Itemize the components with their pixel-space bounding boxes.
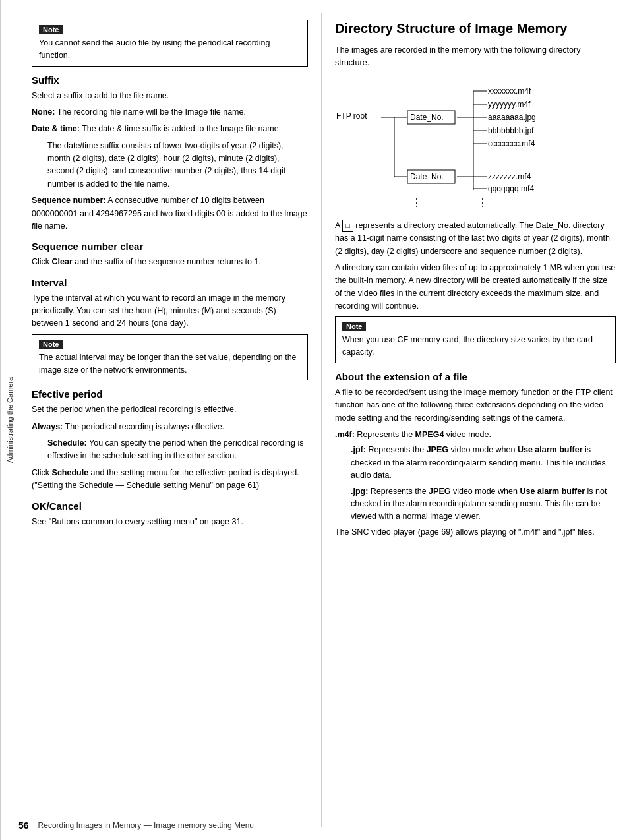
ext-jpg: .jpg: Represents the JPEG video mode whe…	[335, 485, 616, 524]
page-footer: 56 Recording Images in Memory — Image me…	[18, 816, 629, 831]
page-number: 56	[18, 820, 29, 831]
note-box-2: Note The actual interval may be longer t…	[32, 334, 308, 381]
okcancel-text: See "Buttons common to every setting men…	[32, 516, 308, 528]
svg-text:Date_No.: Date_No.	[410, 172, 444, 181]
footer-text: Recording Images in Memory — Image memor…	[38, 821, 254, 830]
extension-list: .m4f: Represents the MPEG4 video mode. .…	[335, 429, 616, 539]
note-label-3: Note	[342, 322, 366, 331]
seqclear-text: Click Clear and the suffix of the sequen…	[32, 256, 308, 268]
svg-text:Date_No.: Date_No.	[410, 113, 444, 122]
efective-click: Click Schedule and the setting menu for …	[32, 467, 308, 493]
note-box-3: Note When you use CF memory card, the di…	[335, 316, 616, 363]
svg-text:bbbbbbbb.jpf: bbbbbbbb.jpf	[488, 126, 534, 135]
suffix-intro: Select a suffix to add to the file name.	[32, 90, 308, 102]
extension-title: About the extension of a file	[335, 371, 616, 382]
note-box-1: Note You cannot send the audio file by u…	[32, 20, 308, 67]
sidebar-text: Administrating the Camera	[6, 377, 14, 463]
note-label-2: Note	[39, 340, 63, 349]
svg-text:xxxxxxx.m4f: xxxxxxx.m4f	[488, 86, 531, 96]
efective-intro: Set the period when the periodical recor…	[32, 404, 308, 416]
suffix-seqnum: Sequence number: A consecutive number of…	[32, 195, 308, 233]
directory-diagram: FTP root Date_No. xxxxxxx.m4f yyyyyyy.m4…	[335, 78, 616, 212]
directory-title: Directory Structure of Image Memory	[335, 20, 616, 40]
directory-intro: The images are recorded in the memory wi…	[335, 44, 616, 70]
note-text-1: You cannot send the audio file by using …	[39, 37, 301, 62]
ext-snc: The SNC video player (page 69) allows pl…	[335, 526, 616, 539]
note-text-2: The actual interval may be longer than t…	[39, 351, 301, 376]
interval-text: Type the interval at which you want to r…	[32, 292, 308, 330]
svg-text:qqqqqqq.mf4: qqqqqqq.mf4	[488, 184, 534, 193]
directory-desc3: A directory can contain video files of u…	[335, 262, 616, 313]
sidebar-label: Administrating the Camera	[0, 0, 18, 840]
directory-desc: A □ represents a directory created autom…	[335, 220, 616, 258]
svg-text:yyyyyyy.m4f: yyyyyyy.m4f	[488, 100, 531, 109]
suffix-datetime-detail: The date/time suffix consists of lower t…	[32, 140, 308, 191]
efective-always: Always: The periodical recording is alwa…	[32, 421, 308, 433]
ext-jpf: .jpf: Represents the JPEG video mode whe…	[335, 444, 616, 482]
ftp-root-label: FTP root	[336, 111, 367, 121]
svg-text:cccccccc.mf4: cccccccc.mf4	[488, 139, 535, 148]
okcancel-title: OK/Cancel	[32, 500, 308, 512]
suffix-datetime: Date & time: The date & time suffix is a…	[32, 123, 308, 135]
extension-intro: A file to be recorded/sent using the ima…	[335, 386, 616, 425]
note-label-1: Note	[39, 25, 63, 34]
svg-text:⋮: ⋮	[411, 197, 422, 208]
efective-schedule: Schedule: You can specify the period whe…	[32, 437, 308, 463]
svg-text:zzzzzzz.mf4: zzzzzzz.mf4	[488, 172, 531, 181]
svg-text:aaaaaaaa.jpg: aaaaaaaa.jpg	[488, 113, 536, 122]
suffix-title: Suffix	[32, 75, 308, 86]
seqclear-title: Sequence number clear	[32, 241, 308, 252]
svg-text:⋮: ⋮	[477, 197, 488, 208]
interval-title: Interval	[32, 277, 308, 288]
suffix-none: None: The recording file name will be th…	[32, 106, 308, 119]
ext-m4f: .m4f: Represents the MPEG4 video mode.	[335, 429, 616, 441]
note-text-3: When you use CF memory card, the directo…	[342, 334, 609, 359]
efective-title: Efective period	[32, 388, 308, 400]
